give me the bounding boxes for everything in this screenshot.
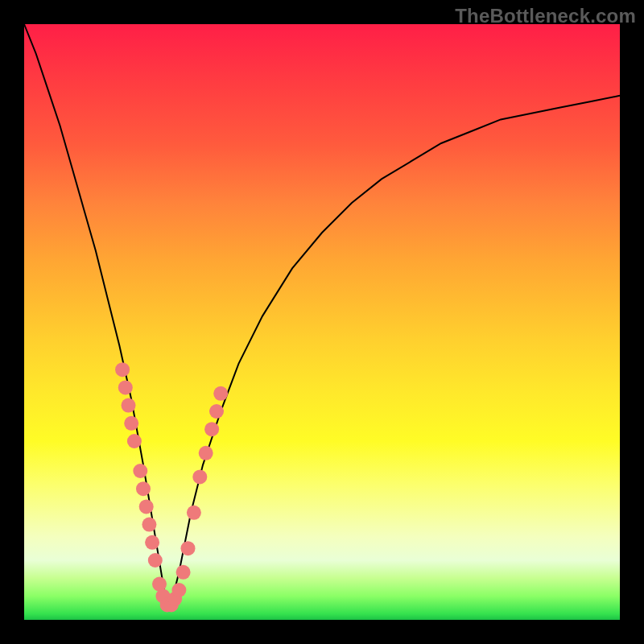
curve-marker [199, 446, 213, 460]
bottleneck-curve [24, 24, 620, 608]
curve-marker [171, 583, 186, 597]
curve-marker [122, 398, 136, 413]
curve-marker [209, 404, 224, 419]
curve-marker [187, 506, 201, 520]
watermark-label: TheBottleneck.com [455, 5, 636, 27]
curve-marker [181, 541, 196, 555]
plot-area [24, 24, 620, 620]
curve-marker [139, 499, 154, 514]
chart-svg [24, 24, 620, 620]
curve-marker [204, 422, 219, 436]
curve-marker [136, 481, 151, 496]
curve-marker [133, 464, 147, 478]
curve-marker [148, 553, 163, 568]
curve-marker [145, 535, 159, 550]
curve-marker [176, 565, 191, 580]
curve-marker [192, 469, 207, 484]
marker-group [115, 362, 228, 612]
curve-marker [115, 362, 130, 377]
curve-marker [142, 518, 156, 532]
curve-marker [213, 386, 228, 401]
curve-marker [127, 434, 142, 448]
curve-marker [118, 380, 133, 394]
curve-marker [124, 416, 138, 431]
chart-frame: TheBottleneck.com [0, 0, 644, 644]
